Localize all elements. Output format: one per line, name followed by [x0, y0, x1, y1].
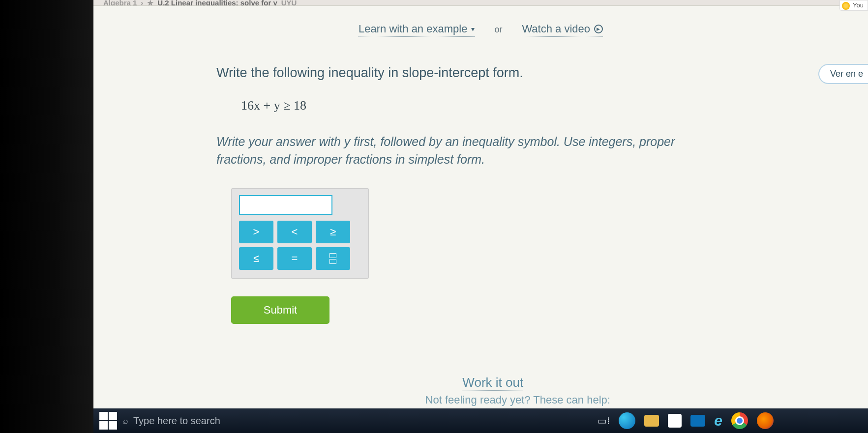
search-placeholder: Type here to search [133, 415, 220, 427]
star-icon: ★ [147, 0, 153, 6]
help-links: Learn with an example ▾ or Watch a video… [93, 6, 868, 46]
internet-explorer-icon[interactable]: e [714, 412, 722, 429]
key-less-equal[interactable]: ≤ [239, 247, 273, 270]
learn-example-link[interactable]: Learn with an example ▾ [359, 23, 475, 37]
work-it-out-link[interactable]: Work it out [462, 375, 523, 391]
answer-input[interactable] [239, 195, 332, 215]
fraction-icon [329, 253, 336, 264]
question-prompt: Write the following inequality in slope-… [216, 65, 868, 81]
mail-icon[interactable] [690, 415, 705, 427]
search-icon: ⌕ [123, 416, 128, 426]
main-window: Algebra 1 › ★ U.2 Linear inequalities: s… [93, 0, 868, 433]
key-greater-equal[interactable]: ≥ [316, 221, 350, 243]
question-content: Write the following inequality in slope-… [93, 46, 868, 324]
language-button[interactable]: Ver en e [818, 64, 868, 84]
start-button[interactable] [99, 412, 117, 430]
key-equals[interactable]: = [277, 247, 312, 270]
key-less-than[interactable]: < [277, 221, 312, 243]
breadcrumb-code: UYU [281, 0, 297, 6]
you-badge[interactable]: You [839, 0, 868, 11]
file-explorer-icon[interactable] [644, 415, 659, 427]
chevron-right-icon: › [141, 0, 143, 6]
chrome-icon[interactable] [731, 412, 748, 429]
watch-video-link[interactable]: Watch a video ▶ [522, 23, 603, 37]
taskbar: ⌕ Type here to search ▭⁞ e [93, 408, 868, 433]
help-or-label: or [494, 25, 502, 35]
key-greater-than[interactable]: > [239, 221, 273, 243]
edge-icon[interactable] [619, 412, 635, 429]
symbol-keypad: > < ≥ ≤ = [239, 221, 361, 270]
question-instructions: Write your answer with y first, followed… [216, 133, 708, 169]
watch-video-label: Watch a video [522, 23, 590, 35]
chevron-down-icon: ▾ [471, 25, 475, 33]
task-view-icon[interactable]: ▭⁞ [598, 415, 610, 427]
store-icon[interactable] [668, 414, 682, 428]
not-ready-text: Not feeling ready yet? These can help: [425, 394, 610, 406]
question-equation: 16x + y ≥ 18 [241, 98, 868, 113]
learn-example-label: Learn with an example [359, 23, 467, 35]
breadcrumb-section[interactable]: U.2 Linear inequalities: solve for y [157, 0, 277, 6]
taskbar-search[interactable]: ⌕ Type here to search [123, 415, 290, 427]
breadcrumb-course[interactable]: Algebra 1 [103, 0, 137, 6]
breadcrumb-bar: Algebra 1 › ★ U.2 Linear inequalities: s… [93, 0, 868, 6]
screen-bezel [0, 0, 93, 433]
firefox-icon[interactable] [757, 412, 774, 429]
play-icon: ▶ [594, 25, 603, 33]
submit-button[interactable]: Submit [231, 296, 329, 324]
answer-panel: > < ≥ ≤ = [231, 188, 369, 279]
taskbar-tray: ▭⁞ e [598, 412, 862, 429]
key-fraction[interactable] [316, 247, 350, 270]
